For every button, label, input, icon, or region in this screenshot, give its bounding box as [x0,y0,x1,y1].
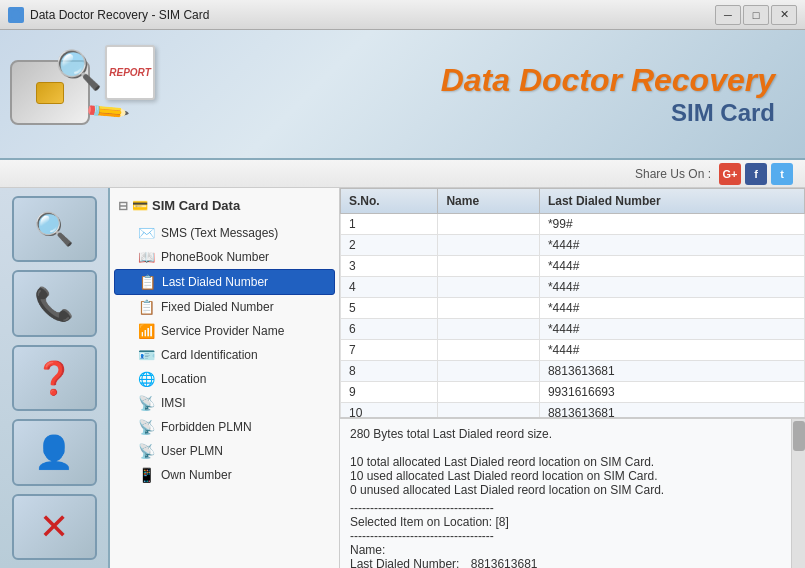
service-provider-icon: 📶 [138,323,155,339]
phone-icon: 📞 [34,285,74,323]
cell-name [438,256,540,277]
cell-name [438,277,540,298]
info-scrollbar[interactable] [791,419,805,568]
facebook-share-button[interactable]: f [745,163,767,185]
sim-node-icon: 💳 [132,198,148,213]
main-content: 🔍 📞 ❓ 👤 ✕ ⊟ 💳 SIM Card Data ✉️ SMS (Text… [0,188,805,568]
table-row[interactable]: 10 8813613681 [341,403,805,419]
tree-root: ⊟ 💳 SIM Card Data [114,196,335,215]
window-title: Data Doctor Recovery - SIM Card [30,8,715,22]
phone-sidebar-button[interactable]: 📞 [12,270,97,336]
tree-item-fixed-dialed-label: Fixed Dialed Number [161,300,274,314]
info-scroll-thumb [793,421,805,451]
sidebar: 🔍 📞 ❓ 👤 ✕ [0,188,110,568]
cell-name [438,340,540,361]
cell-sno: 3 [341,256,438,277]
product-subtitle: SIM Card [441,99,775,127]
cell-value: *444# [539,256,804,277]
cell-value: 8813613681 [539,361,804,382]
info-selected: Selected Item on Location: [8] [350,515,795,529]
cell-sno: 10 [341,403,438,419]
last-dialed-icon: 📋 [139,274,156,290]
app-header: 🔍 REPORT ✏️ Data Doctor Recovery SIM Car… [0,30,805,160]
tree-item-own-number[interactable]: 📱 Own Number [114,463,335,487]
cell-name [438,361,540,382]
own-number-icon: 📱 [138,467,155,483]
cell-value: *444# [539,298,804,319]
share-bar: Share Us On : G+ f t [0,160,805,188]
cell-sno: 7 [341,340,438,361]
tree-item-last-dialed[interactable]: 📋 Last Dialed Number [114,269,335,295]
tree-expand-icon[interactable]: ⊟ [118,199,128,213]
table-row[interactable]: 6 *444# [341,319,805,340]
maximize-button[interactable]: □ [743,5,769,25]
cell-name [438,214,540,235]
data-table: S.No. Name Last Dialed Number 1 *99# 2 *… [340,188,805,418]
cell-name [438,235,540,256]
cell-sno: 9 [341,382,438,403]
close-icon: ✕ [39,506,69,548]
cell-sno: 4 [341,277,438,298]
magnify-icon: 🔍 [55,48,102,92]
close-sidebar-button[interactable]: ✕ [12,494,97,560]
search-sidebar-button[interactable]: 🔍 [12,196,97,262]
cell-sno: 5 [341,298,438,319]
info-area: 280 Bytes total Last Dialed reord size. … [340,418,805,568]
cell-value: *444# [539,319,804,340]
cell-name [438,298,540,319]
tree-item-location-label: Location [161,372,206,386]
cell-value: 8813613681 [539,403,804,419]
tree-item-location[interactable]: 🌐 Location [114,367,335,391]
cell-name [438,403,540,419]
cell-value: *99# [539,214,804,235]
tree-item-imsi-label: IMSI [161,396,186,410]
info-line3: 10 total allocated Last Dialed reord loc… [350,455,795,469]
tree-item-phonebook[interactable]: 📖 PhoneBook Number [114,245,335,269]
minimize-button[interactable]: ─ [715,5,741,25]
header-title: Data Doctor Recovery SIM Card [441,62,775,127]
sms-icon: ✉️ [138,225,155,241]
twitter-share-button[interactable]: t [771,163,793,185]
card-id-icon: 🪪 [138,347,155,363]
close-button[interactable]: ✕ [771,5,797,25]
cell-sno: 8 [341,361,438,382]
tree-item-card-id[interactable]: 🪪 Card Identification [114,343,335,367]
help-sidebar-button[interactable]: ❓ [12,345,97,411]
info-line4: 10 used allocated Last Dialed reord loca… [350,469,795,483]
tree-item-forbidden-plmn-label: Forbidden PLMN [161,420,252,434]
info-last-dialed-value: 8813613681 [471,557,538,568]
svg-point-0 [11,10,21,20]
table-row[interactable]: 2 *444# [341,235,805,256]
tree-item-user-plmn-label: User PLMN [161,444,223,458]
table-row[interactable]: 9 9931616693 [341,382,805,403]
user-plmn-icon: 📡 [138,443,155,459]
user-sidebar-button[interactable]: 👤 [12,419,97,485]
tree-item-sms-label: SMS (Text Messages) [161,226,278,240]
table-row[interactable]: 7 *444# [341,340,805,361]
info-line2 [350,441,795,455]
tree-item-phonebook-label: PhoneBook Number [161,250,269,264]
cell-sno: 6 [341,319,438,340]
table-row[interactable]: 4 *444# [341,277,805,298]
col-last-dialed: Last Dialed Number [539,189,804,214]
table-row[interactable]: 3 *444# [341,256,805,277]
table-header-row: S.No. Name Last Dialed Number [341,189,805,214]
info-separator2: ------------------------------------ [350,529,795,543]
tree-item-card-id-label: Card Identification [161,348,258,362]
title-bar: Data Doctor Recovery - SIM Card ─ □ ✕ [0,0,805,30]
tree-item-imsi[interactable]: 📡 IMSI [114,391,335,415]
info-separator1: ------------------------------------ [350,501,795,515]
tree-item-forbidden-plmn[interactable]: 📡 Forbidden PLMN [114,415,335,439]
tree-item-user-plmn[interactable]: 📡 User PLMN [114,439,335,463]
table-row[interactable]: 8 8813613681 [341,361,805,382]
table-row[interactable]: 1 *99# [341,214,805,235]
data-table-area[interactable]: S.No. Name Last Dialed Number 1 *99# 2 *… [340,188,805,418]
google-share-button[interactable]: G+ [719,163,741,185]
table-row[interactable]: 5 *444# [341,298,805,319]
imsi-icon: 📡 [138,395,155,411]
tree-item-fixed-dialed[interactable]: 📋 Fixed Dialed Number [114,295,335,319]
tree-item-sms[interactable]: ✉️ SMS (Text Messages) [114,221,335,245]
tree-item-last-dialed-label: Last Dialed Number [162,275,268,289]
tree-item-service-provider[interactable]: 📶 Service Provider Name [114,319,335,343]
window-controls: ─ □ ✕ [715,5,797,25]
